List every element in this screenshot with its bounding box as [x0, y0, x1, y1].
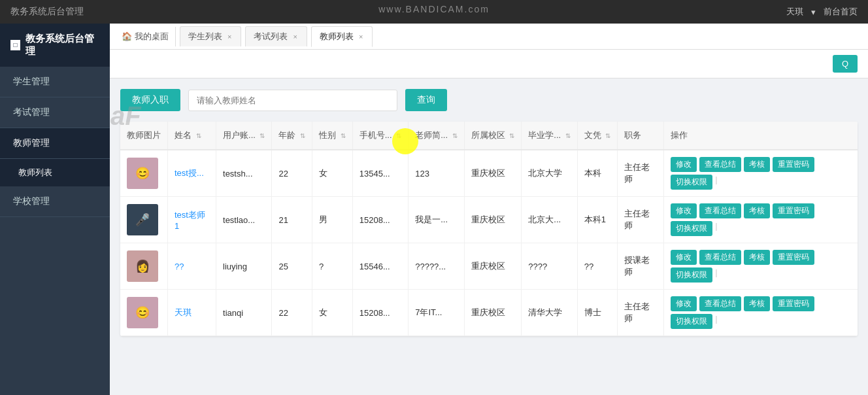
cell-age-2: 25 — [272, 243, 312, 290]
switch-btn-2[interactable]: 切换权限 — [671, 267, 712, 283]
cell-gender-2: ? — [312, 243, 353, 290]
edit-btn-1[interactable]: 修改 — [671, 203, 697, 218]
assess-btn-1[interactable]: 考核 — [744, 203, 770, 218]
summary-btn-0[interactable]: 查看总结 — [699, 157, 741, 172]
layout: □ 教务系统后台管理 学生管理 考试管理 教师管理 教师列表 学校管理 — [0, 24, 868, 395]
sidebar-item-school[interactable]: 学校管理 — [0, 186, 110, 217]
reset-btn-1[interactable]: 重置密码 — [773, 203, 814, 218]
edit-btn-0[interactable]: 修改 — [671, 157, 697, 172]
cell-photo-1: 🎤 — [120, 197, 168, 243]
col-header-name[interactable]: 姓名 ⇅ — [168, 122, 216, 150]
cell-gender-0: 女 — [312, 150, 353, 197]
sort-campus-icon: ⇅ — [509, 132, 514, 139]
cell-gender-3: 女 — [312, 290, 353, 336]
action-separator-2: | — [715, 267, 717, 283]
cell-edu-1: 本科1 — [577, 197, 618, 243]
tab-student-list-close[interactable]: × — [226, 33, 233, 41]
sort-edu-icon: ⇅ — [605, 132, 610, 139]
edit-btn-3[interactable]: 修改 — [671, 296, 697, 311]
sidebar-item-students-label: 学生管理 — [13, 76, 50, 86]
cell-campus-0: 重庆校区 — [464, 150, 522, 197]
sort-name-icon: ⇅ — [196, 132, 201, 139]
cell-actions-0: 修改查看总结考核重置密码切换权限| — [664, 150, 858, 197]
cell-age-0: 22 — [272, 150, 312, 197]
cell-photo-3: 😊 — [120, 290, 168, 336]
cell-account-2: liuying — [216, 243, 272, 290]
cell-phone-3: 15208... — [352, 290, 408, 336]
assess-btn-2[interactable]: 考核 — [744, 250, 770, 265]
cell-actions-1: 修改查看总结考核重置密码切换权限| — [664, 197, 858, 243]
tab-home[interactable]: 🏠 我的桌面 — [115, 27, 176, 46]
assess-btn-3[interactable]: 考核 — [744, 296, 770, 311]
reset-btn-0[interactable]: 重置密码 — [773, 157, 814, 172]
cell-role-0: 主任老师 — [618, 150, 664, 197]
col-header-gender[interactable]: 性别 ⇅ — [312, 122, 353, 150]
sidebar-item-students[interactable]: 学生管理 — [0, 67, 110, 97]
col-header-edu[interactable]: 文凭 ⇅ — [577, 122, 618, 150]
cell-intro-1: 我是一... — [409, 197, 464, 243]
cell-name-3[interactable]: 天琪 — [168, 290, 216, 336]
sidebar: □ 教务系统后台管理 学生管理 考试管理 教师管理 教师列表 学校管理 — [0, 24, 110, 395]
cell-edu-3: 博士 — [577, 290, 618, 336]
summary-btn-1[interactable]: 查看总结 — [699, 203, 741, 218]
switch-btn-0[interactable]: 切换权限 — [671, 175, 712, 190]
action-separator-0: | — [715, 175, 717, 190]
col-header-school[interactable]: 毕业学... ⇅ — [522, 122, 577, 150]
username: 天琪 — [786, 6, 803, 18]
sidebar-item-exams[interactable]: 考试管理 — [0, 97, 110, 128]
cell-name-0[interactable]: test授... — [168, 150, 216, 197]
cell-age-3: 22 — [272, 290, 312, 336]
col-header-age[interactable]: 年龄 ⇅ — [272, 122, 312, 150]
summary-btn-2[interactable]: 查看总结 — [699, 250, 741, 265]
sidebar-title-icon: □ — [10, 40, 20, 50]
top-bar: 教务系统后台管理 天琪 ▾ 前台首页 — [0, 0, 868, 24]
sidebar-item-teachers[interactable]: 教师管理 — [0, 128, 110, 159]
cell-name-2[interactable]: ?? — [168, 243, 216, 290]
sidebar-item-teachers-label: 教师管理 — [13, 137, 50, 148]
col-header-intro[interactable]: 老师简... ⇅ — [409, 122, 464, 150]
home-icon: 🏠 — [122, 31, 132, 41]
sidebar-sub-item-teacher-list-label: 教师列表 — [18, 167, 52, 177]
col-header-account[interactable]: 用户账... ⇅ — [216, 122, 272, 150]
cell-intro-0: 123 — [409, 150, 464, 197]
reset-btn-2[interactable]: 重置密码 — [773, 250, 814, 265]
home-link[interactable]: 前台首页 — [824, 6, 858, 18]
switch-btn-3[interactable]: 切换权限 — [671, 314, 712, 329]
reset-btn-3[interactable]: 重置密码 — [773, 296, 814, 311]
cell-phone-1: 15208... — [352, 197, 408, 243]
cell-school-3: 清华大学 — [522, 290, 577, 336]
switch-btn-1[interactable]: 切换权限 — [671, 221, 712, 236]
sidebar-sub-item-teacher-list[interactable]: 教师列表 — [0, 159, 110, 186]
edit-btn-2[interactable]: 修改 — [671, 250, 697, 265]
add-teacher-button[interactable]: 教师入职 — [120, 89, 180, 111]
cell-gender-1: 男 — [312, 197, 353, 243]
cell-name-1[interactable]: test老师1 — [168, 197, 216, 243]
app-title: 教务系统后台管理 — [10, 6, 84, 18]
query-button[interactable]: 查询 — [405, 89, 447, 111]
col-header-phone[interactable]: 手机号... ⇅ — [352, 122, 408, 150]
tab-teacher-list-close[interactable]: × — [358, 33, 364, 41]
assess-btn-0[interactable]: 考核 — [744, 157, 770, 172]
cell-school-0: 北京大学 — [522, 150, 577, 197]
col-header-campus[interactable]: 所属校区 ⇅ — [464, 122, 522, 150]
teacher-search-input[interactable] — [188, 90, 397, 111]
sidebar-menu: 学生管理 考试管理 教师管理 教师列表 学校管理 — [0, 67, 110, 395]
table-row: 😊天琪tianqi22女15208...7年IT...重庆校区清华大学博士主任老… — [120, 290, 858, 336]
table-row: 👩??liuying25?15546...?????...重庆校区??????授… — [120, 243, 858, 290]
search-btn-top[interactable]: Q — [833, 55, 858, 73]
tab-exam-list[interactable]: 考试列表 × — [245, 26, 307, 46]
cell-phone-0: 13545... — [352, 150, 408, 197]
cell-actions-3: 修改查看总结考核重置密码切换权限| — [664, 290, 858, 336]
cell-role-3: 主任老师 — [618, 290, 664, 336]
user-dropdown-icon[interactable]: ▾ — [811, 7, 816, 17]
tab-exam-list-close[interactable]: × — [292, 33, 298, 41]
tab-teacher-list[interactable]: 教师列表 × — [311, 26, 373, 47]
top-bar-right: 天琪 ▾ 前台首页 — [786, 6, 858, 18]
col-header-role: 职务 — [618, 122, 664, 150]
cell-photo-0: 😊 — [120, 150, 168, 197]
summary-btn-3[interactable]: 查看总结 — [699, 296, 741, 311]
cell-phone-2: 15546... — [352, 243, 408, 290]
cell-account-3: tianqi — [216, 290, 272, 336]
sort-age-icon: ⇅ — [300, 132, 305, 139]
tab-student-list[interactable]: 学生列表 × — [180, 26, 241, 46]
